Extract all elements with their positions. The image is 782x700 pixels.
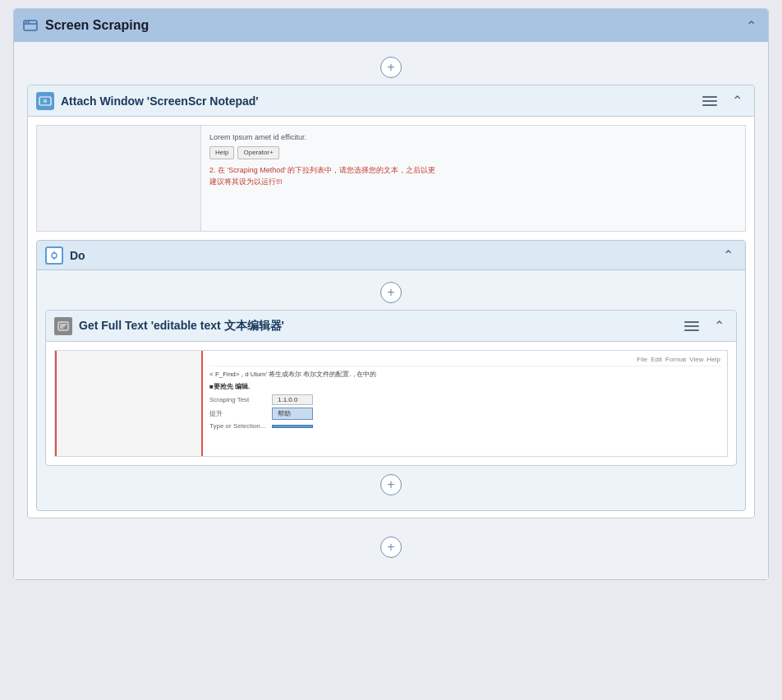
do-add-row-bottom: +: [45, 474, 737, 495]
attach-window-preview-left: [37, 126, 201, 231]
attach-window-block: Attach Window 'ScreenScr Notepad' ⌃ Lor: [27, 85, 755, 518]
do-header-left: Do: [45, 246, 85, 265]
svg-point-3: [28, 21, 30, 23]
notepad-line-1: Lorem Ipsum amet id efficitur.: [209, 132, 737, 144]
screen-scraping-icon: [22, 17, 39, 34]
gft-preview-left: [55, 351, 203, 456]
attach-window-header-left: Attach Window 'ScreenScr Notepad': [36, 92, 259, 110]
do-icon: [45, 246, 63, 265]
do-add-button-top[interactable]: +: [380, 282, 402, 303]
title-bar-left: Screen Scraping: [22, 17, 149, 34]
do-collapse-button[interactable]: ⌃: [720, 246, 737, 265]
outer-add-row-bottom: +: [27, 537, 755, 558]
do-header: Do ⌃: [37, 241, 745, 270]
gft-preview-right: File Edit Format View Help < F_Find> , d…: [203, 351, 727, 456]
do-add-row-top: +: [45, 282, 737, 303]
outer-add-button-bottom[interactable]: +: [380, 537, 402, 558]
gft-inner-chinese: ■要抢先 编辑.: [209, 382, 720, 391]
gft-inner-header: File Edit Format View Help: [209, 356, 720, 366]
gft-row-2: 提升 帮助: [209, 408, 720, 420]
gft-inner-text: < F_Find> , d Ulum' 将生成布尔 布尔文件的配置. , 在中的: [209, 370, 720, 380]
top-add-row: +: [27, 57, 755, 78]
attach-window-preview-right: Lorem Ipsum amet id efficitur. Help Oper…: [201, 126, 745, 231]
notepad-toolbar: Help Operator+: [209, 146, 737, 159]
screen-scraping-container: Screen Scraping ⌃ +: [13, 8, 769, 580]
attach-window-collapse-button[interactable]: ⌃: [729, 91, 746, 110]
get-full-text-header: Get Full Text 'editable text 文本编辑器' ⌃: [46, 311, 736, 342]
svg-point-5: [41, 99, 44, 102]
notepad-chinese-text: 2. 在 'Scraping Method' 的下拉列表中，请您选择您的文本，之…: [209, 164, 737, 188]
top-add-button[interactable]: +: [380, 57, 402, 78]
attach-window-menu-button[interactable]: [697, 94, 722, 108]
do-add-button-bottom[interactable]: +: [380, 474, 402, 495]
page-title: Screen Scraping: [45, 18, 149, 33]
get-full-text-block: Get Full Text 'editable text 文本编辑器' ⌃: [45, 310, 737, 466]
collapse-button[interactable]: ⌃: [743, 16, 760, 35]
title-bar: Screen Scraping ⌃: [14, 9, 768, 42]
gft-collapse-button[interactable]: ⌃: [711, 316, 728, 335]
notepad-operator-btn[interactable]: Operator+: [237, 146, 278, 159]
attach-window-title: Attach Window 'ScreenScr Notepad': [61, 94, 259, 108]
do-block: Do ⌃ +: [36, 240, 746, 511]
get-full-text-title: Get Full Text 'editable text 文本编辑器': [79, 319, 284, 334]
attach-window-preview: Lorem Ipsum amet id efficitur. Help Oper…: [36, 125, 746, 232]
outer-bottom: +: [27, 523, 755, 571]
notepad-help-btn[interactable]: Help: [209, 146, 234, 159]
outer-content: + Attach Window 'ScreenScr Notepad': [14, 42, 768, 579]
attach-window-header: Attach Window 'ScreenScr Notepad' ⌃: [28, 85, 754, 117]
notepad-content: Lorem Ipsum amet id efficitur. Help Oper…: [209, 132, 737, 187]
gft-row-1: Scraping Test 1.1.0.0: [209, 394, 720, 405]
gft-preview: File Edit Format View Help < F_Find> , d…: [54, 350, 728, 457]
attach-window-icon: [36, 92, 54, 110]
svg-point-2: [25, 21, 27, 23]
gft-row-3: Type or Selection...: [209, 422, 720, 430]
get-full-text-icon: [54, 317, 72, 335]
gft-header-left: Get Full Text 'editable text 文本编辑器': [54, 317, 284, 335]
do-content: +: [37, 270, 745, 510]
gft-menu-button[interactable]: [679, 320, 704, 333]
do-title: Do: [70, 249, 85, 262]
